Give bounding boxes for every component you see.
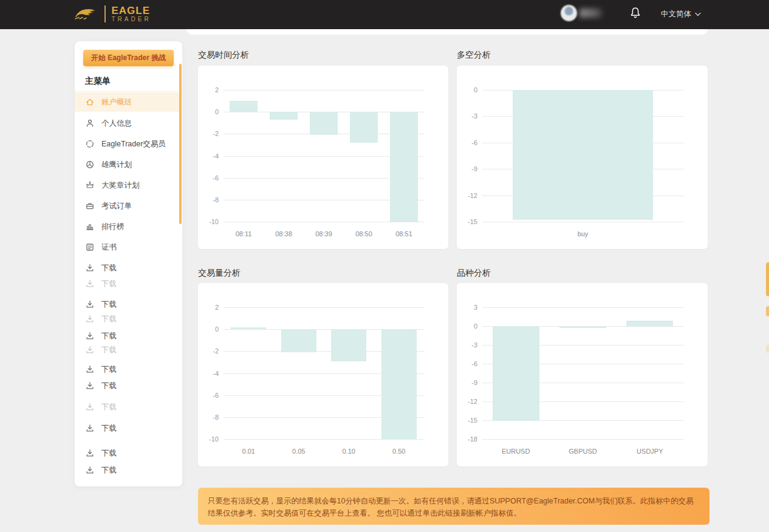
download-icon [85, 448, 95, 458]
y-axis-tick-label: 0 [200, 108, 219, 115]
sidebar-menu-item-7[interactable]: 证书 [75, 237, 179, 257]
logo-text-eagle: EAGLE [112, 5, 151, 16]
x-axis-tick-label: 08:51 [384, 230, 424, 237]
sidebar-menu-item-label: 排行榜 [101, 222, 125, 232]
y-axis-tick-label: 3 [459, 304, 477, 311]
x-axis-tick-label: 0.01 [224, 448, 274, 455]
sidebar-menu-item-label: 账户概括 [101, 97, 132, 107]
y-axis-tick-label: -8 [200, 196, 219, 203]
download-icon [85, 381, 95, 390]
y-axis-tick-label: -3 [459, 112, 477, 120]
sidebar-menu-item-2[interactable]: EagleTrader交易员 [75, 134, 179, 154]
sidebar: 开始 EagleTrader 挑战 主菜单 账户概括个人信息EagleTrade… [75, 41, 182, 486]
sidebar-download-item-5[interactable]: 下载 [75, 344, 179, 356]
sidebar-menu-item-label: 证书 [101, 242, 117, 253]
language-selector[interactable]: 中文简体 [661, 9, 701, 19]
update-notice-banner[interactable]: 只要您有活跃交易，显示的结果就会每10分钟自动更新一次。如有任何错误，请通过SU… [198, 488, 709, 525]
y-axis-tick-label: -12 [459, 398, 477, 405]
sidebar-menu-item-6[interactable]: 排行榜 [75, 216, 179, 237]
download-icon [85, 345, 95, 355]
sidebar-menu-item-label: EagleTrader交易员 [101, 139, 166, 149]
sidebar-download-item-label: 下载 [101, 381, 117, 391]
y-axis-tick-label: -10 [200, 218, 219, 225]
sidebar-download-item-11[interactable]: 下载 [75, 464, 179, 476]
gridline [224, 90, 424, 90]
brand-logo: EAGLE TRADER [73, 4, 151, 24]
floating-widget-partial-3[interactable] [766, 345, 769, 353]
logo-divider [104, 5, 106, 22]
sidebar-download-item-8[interactable]: 下载 [75, 401, 179, 413]
symbol-chart: 30-3-6-9-12-15-18EURUSDGBPUSDUSDJPY [482, 307, 683, 439]
sidebar-download-item-1[interactable]: 下载 [75, 278, 179, 290]
gridline [482, 222, 683, 222]
start-challenge-button[interactable]: 开始 EagleTrader 挑战 [83, 50, 174, 66]
download-icon [85, 263, 95, 273]
sidebar-menu-item-5[interactable]: 考试订单 [75, 196, 179, 216]
sidebar-download-item-2[interactable]: 下载 [75, 298, 179, 310]
sidebar-download-item-3[interactable]: 下载 [75, 313, 179, 325]
scrolled-card-bottom-edge [186, 29, 708, 35]
chart-title-volume: 交易量分析 [198, 268, 380, 279]
avatar[interactable] [561, 5, 577, 21]
bar [390, 112, 418, 222]
sidebar-download-item-label: 下载 [101, 364, 117, 375]
sidebar-divider [75, 91, 182, 92]
bar [513, 90, 654, 220]
y-axis-tick-label: 0 [459, 86, 477, 94]
sidebar-download-item-label: 下载 [101, 465, 117, 476]
sidebar-download-item-label: 下载 [101, 423, 117, 434]
sidebar-menu-item-4[interactable]: 大奖章计划 [75, 175, 179, 196]
bar [381, 329, 417, 439]
sidebar-download-item-label: 下载 [101, 345, 117, 355]
sidebar-scrollbar-thumb[interactable] [179, 64, 182, 224]
y-axis-tick-label: 0 [200, 326, 219, 333]
bar [231, 327, 266, 330]
orders-icon [85, 201, 95, 211]
eagle-logo-icon [73, 4, 98, 24]
sidebar-menu-item-3[interactable]: 雄鹰计划 [75, 154, 179, 175]
sidebar-download-item-4[interactable]: 下载 [75, 330, 179, 342]
x-axis-tick-label: 0.50 [374, 448, 425, 455]
sidebar-download-item-0[interactable]: 下载 [75, 262, 179, 274]
x-axis-tick-label: buy [482, 230, 683, 237]
sidebar-download-item-label: 下载 [101, 299, 117, 310]
x-axis-tick-label: 0.10 [324, 448, 374, 455]
sidebar-download-item-9[interactable]: 下载 [75, 422, 179, 434]
sidebar-menu-item-label: 考试订单 [101, 201, 132, 211]
top-header: EAGLE TRADER 中文简体 [0, 0, 769, 29]
download-icon [85, 402, 95, 412]
chart-card-symbol: 30-3-6-9-12-15-18EURUSDGBPUSDUSDJPY [457, 283, 708, 466]
sidebar-section-title: 主菜单 [85, 76, 111, 87]
download-icon [85, 279, 95, 288]
y-axis-tick-label: -15 [459, 218, 477, 225]
sidebar-menu-item-0[interactable]: 账户概括 [75, 92, 179, 112]
sidebar-download-item-6[interactable]: 下载 [75, 363, 179, 375]
x-axis-tick-label: USDJPY [617, 448, 683, 455]
sidebar-menu-item-1[interactable]: 个人信息 [75, 113, 179, 134]
download-icon [85, 423, 95, 433]
sidebar-download-item-label: 下载 [101, 331, 117, 341]
gridline [224, 222, 424, 222]
sidebar-menu-item-label: 雄鹰计划 [101, 160, 132, 170]
certificate-icon [85, 242, 95, 252]
floating-widget-partial-2[interactable] [766, 306, 769, 316]
gridline [482, 307, 683, 308]
y-axis-tick-label: -15 [459, 417, 477, 424]
chart-card-long-short: 0-3-6-9-12-15buy [457, 66, 708, 249]
sidebar-download-item-label: 下载 [101, 279, 117, 289]
sidebar-download-item-10[interactable]: 下载 [75, 447, 179, 459]
y-axis-tick-label: -9 [459, 379, 477, 386]
gridline [224, 307, 424, 308]
logo-text-trader: TRADER [112, 16, 151, 23]
notification-bell-icon[interactable] [630, 7, 641, 20]
floating-widget-partial[interactable] [766, 262, 769, 296]
sidebar-download-item-label: 下载 [101, 448, 117, 459]
y-axis-tick-label: -10 [200, 435, 219, 443]
bar [230, 101, 258, 112]
sidebar-download-item-7[interactable]: 下载 [75, 380, 179, 392]
medal-icon [85, 180, 95, 190]
bar [559, 326, 606, 328]
x-axis-tick-label: 08:11 [224, 230, 264, 237]
chart-title-trading-time: 交易时间分析 [198, 50, 380, 61]
y-axis-tick-label: -2 [200, 347, 219, 355]
